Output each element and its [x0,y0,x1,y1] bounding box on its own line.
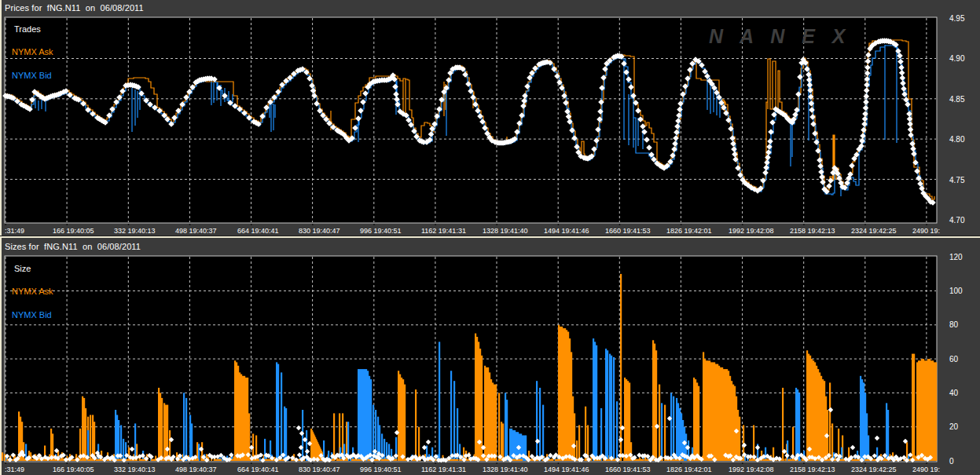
svg-text:NYMX Ask: NYMX Ask [12,287,53,296]
svg-text:NYMX Ask: NYMX Ask [12,47,53,57]
svg-text:Size: Size [14,264,31,273]
svg-text:NYMX Bid: NYMX Bid [12,310,52,320]
svg-text:Trades: Trades [14,24,41,34]
svg-text:N A N E X: N A N E X [709,25,851,47]
svg-text:NYMX Bid: NYMX Bid [12,71,52,80]
